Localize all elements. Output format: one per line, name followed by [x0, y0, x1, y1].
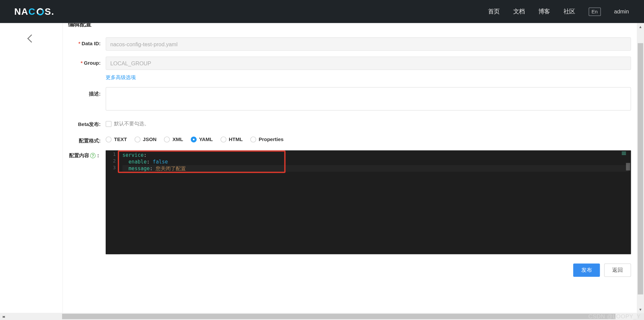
radio-circle-icon — [106, 137, 112, 143]
label-format: 配置格式: — [79, 138, 101, 144]
nav: 首页 文档 博客 社区 En admin — [488, 7, 629, 16]
minimap-icon — [622, 152, 626, 156]
gutter-line: 1 — [106, 152, 120, 158]
row-beta: Beta发布: 默认不要勾选。 — [68, 118, 633, 128]
gutter-line: 2 — [106, 158, 120, 165]
h-scroll-thumb[interactable] — [62, 314, 615, 319]
label-content-colon: ： — [96, 152, 101, 158]
row-content: 配置内容?： 123 service: enable: false messag… — [68, 150, 633, 254]
beta-checkbox[interactable] — [106, 121, 112, 127]
row-data-id: *Data ID: — [68, 37, 633, 51]
scroll-down-arrow-icon[interactable]: ▾ — [637, 306, 644, 313]
topbar: NACS. 首页 文档 博客 社区 En admin — [0, 0, 644, 23]
editor-scrollbar-thumb[interactable] — [626, 163, 630, 171]
label-data-id: Data ID: — [82, 41, 101, 47]
radio-circle-icon — [220, 137, 226, 143]
format-radio-xml[interactable]: XML — [164, 137, 183, 143]
help-icon[interactable]: ? — [90, 153, 96, 158]
input-data-id[interactable] — [106, 37, 631, 51]
footer-buttons: 发布 返回 — [68, 254, 633, 280]
content-area: 编辑配置 *Data ID: *Group: 更多高级选项 — [63, 23, 637, 313]
publish-button[interactable]: 发布 — [573, 263, 600, 277]
label-beta: Beta发布: — [78, 122, 101, 128]
scroll-up-arrow-icon[interactable]: ▴ — [637, 23, 644, 30]
user-menu[interactable]: admin — [614, 8, 629, 15]
radio-circle-icon — [164, 137, 170, 143]
code-line: enable: false — [122, 158, 629, 165]
logo: NACS. — [14, 6, 54, 17]
nav-community[interactable]: 社区 — [564, 8, 575, 15]
left-rail — [0, 23, 63, 313]
editor-body[interactable]: service: enable: false message: 您关闭了配置 — [120, 150, 631, 254]
format-radio-html[interactable]: HTML — [220, 137, 243, 143]
row-format: 配置格式: TEXTJSONXMLYAMLHTMLProperties — [68, 134, 633, 144]
code-line: service: — [122, 152, 629, 158]
label-desc: 描述: — [89, 91, 101, 97]
desc-textarea[interactable] — [106, 87, 631, 111]
radio-label: XML — [172, 137, 183, 143]
radio-label: YAML — [199, 137, 213, 143]
format-radio-group: TEXTJSONXMLYAMLHTMLProperties — [106, 134, 631, 142]
row-desc: 描述: — [68, 87, 633, 112]
main-area: 编辑配置 *Data ID: *Group: 更多高级选项 — [0, 23, 644, 320]
config-form: *Data ID: *Group: 更多高级选项 描述: — [68, 37, 633, 280]
page-title: 编辑配置 — [68, 23, 633, 28]
logo-o-icon — [36, 7, 45, 16]
format-radio-text[interactable]: TEXT — [106, 137, 127, 143]
radio-circle-icon — [191, 137, 197, 143]
radio-circle-icon — [135, 137, 141, 143]
row-group: *Group: — [68, 57, 633, 70]
code-editor[interactable]: 123 service: enable: false message: 您关闭了… — [106, 150, 631, 254]
radio-label: JSON — [143, 137, 157, 143]
back-chevron-icon[interactable] — [27, 35, 36, 43]
radio-label: Properties — [259, 137, 283, 143]
outer-vertical-scrollbar[interactable]: ▴ ▾ — [637, 23, 644, 313]
format-radio-json[interactable]: JSON — [135, 137, 157, 143]
v-scroll-thumb[interactable] — [638, 43, 643, 295]
radio-label: HTML — [229, 137, 243, 143]
label-group: Group: — [84, 60, 101, 66]
code-line: message: 您关闭了配置 — [122, 165, 629, 172]
label-content: 配置内容 — [69, 152, 89, 158]
input-group[interactable] — [106, 57, 631, 70]
nav-blog[interactable]: 博客 — [538, 8, 550, 15]
nav-docs[interactable]: 文档 — [513, 8, 525, 15]
gutter-line: 3 — [106, 165, 120, 172]
watermark: CSDN @LOOPY_Y — [588, 313, 641, 320]
scroll-right-arrow-icon[interactable]: ▸ — [0, 313, 7, 320]
radio-label: TEXT — [114, 137, 127, 143]
format-radio-yaml[interactable]: YAML — [191, 137, 213, 143]
beta-hint: 默认不要勾选。 — [114, 120, 149, 127]
outer-horizontal-scrollbar[interactable]: ◂ ▸ — [0, 313, 637, 320]
more-options-link[interactable]: 更多高级选项 — [106, 73, 136, 83]
back-button[interactable]: 返回 — [604, 263, 631, 277]
editor-gutter: 123 — [106, 150, 120, 254]
lang-switch[interactable]: En — [589, 7, 601, 16]
nav-home[interactable]: 首页 — [488, 8, 500, 15]
format-radio-properties[interactable]: Properties — [250, 137, 283, 143]
radio-circle-icon — [250, 137, 256, 143]
